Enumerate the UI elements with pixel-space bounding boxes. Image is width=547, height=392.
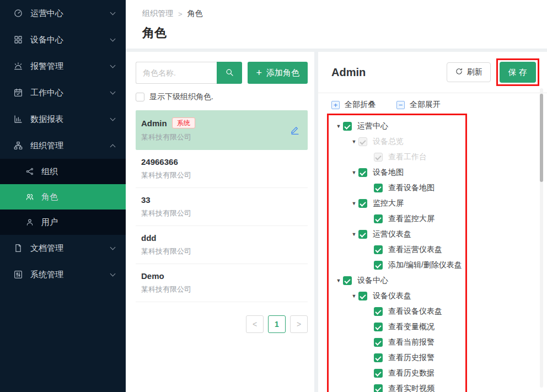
- role-name-search-input[interactable]: [136, 62, 217, 84]
- sidebar-item-organization-management[interactable]: 组织管理: [0, 132, 126, 159]
- sidebar-item-operation-center[interactable]: 运营中心: [0, 0, 126, 26]
- tree-checkbox: [358, 137, 367, 146]
- tree-checkbox[interactable]: [374, 353, 383, 362]
- add-role-button[interactable]: + 添加角色: [248, 62, 308, 84]
- tree-caret-icon[interactable]: ▼: [350, 232, 358, 237]
- tree-caret-icon[interactable]: ▼: [334, 124, 343, 129]
- sidebar-item-alarm-management[interactable]: 报警管理: [0, 53, 126, 79]
- tree-checkbox[interactable]: [374, 338, 383, 347]
- tree-node[interactable]: ▼设备地图: [329, 165, 465, 180]
- tree-checkbox[interactable]: [358, 230, 367, 239]
- chevron-down-icon: [110, 36, 116, 42]
- role-organization: 某科技有限公司: [141, 170, 191, 180]
- tree-checkbox[interactable]: [374, 323, 383, 331]
- tree-caret-icon[interactable]: ▼: [350, 139, 358, 144]
- tree-node[interactable]: 查看实时视频: [329, 381, 465, 392]
- role-info: Admin系统某科技有限公司: [141, 117, 195, 142]
- role-list-item[interactable]: 33某科技有限公司: [136, 188, 308, 226]
- role-organization: 某科技有限公司: [141, 284, 191, 294]
- edit-icon[interactable]: [290, 125, 300, 135]
- tree-checkbox[interactable]: [374, 184, 383, 192]
- tree-checkbox: [374, 153, 383, 162]
- tree-node[interactable]: 添加/编辑/删除仪表盘: [329, 257, 465, 273]
- chevron-down-icon: [110, 116, 116, 121]
- network-icon: [25, 167, 34, 176]
- tree-checkbox[interactable]: [343, 276, 352, 285]
- pagination-prev-button[interactable]: <: [246, 315, 264, 333]
- tree-node-label: 查看实时视频: [388, 384, 435, 392]
- pagination-next-button[interactable]: >: [290, 315, 308, 333]
- tree-node[interactable]: 查看监控大屏: [329, 211, 465, 227]
- sidebar-item-work-center[interactable]: 工作中心: [0, 79, 126, 106]
- tree-node[interactable]: ▼设备中心: [329, 273, 465, 288]
- role-name: Demo: [141, 271, 164, 281]
- sidebar-item-device-center[interactable]: 设备中心: [0, 26, 126, 53]
- tree-caret-icon[interactable]: ▼: [350, 170, 358, 175]
- plus-icon: +: [256, 68, 262, 78]
- sidebar-subitem-organization[interactable]: 组织: [0, 159, 126, 184]
- sidebar-item-system-management[interactable]: 系统管理: [0, 261, 126, 288]
- content-area: + 添加角色 显示下级组织角色. Admin系统某科技有限公司24966366某…: [126, 52, 547, 392]
- system-icon: [13, 270, 23, 280]
- role-list: Admin系统某科技有限公司24966366某科技有限公司33某科技有限公司dd…: [136, 110, 308, 302]
- sidebar-subitem-role[interactable]: 角色: [0, 184, 126, 210]
- tree-checkbox[interactable]: [343, 122, 352, 131]
- save-button[interactable]: 保 存: [500, 62, 536, 83]
- role-organization: 某科技有限公司: [141, 208, 191, 218]
- search-button[interactable]: [217, 62, 242, 84]
- role-list-item[interactable]: Demo某科技有限公司: [136, 264, 308, 302]
- tree-node[interactable]: ▼运营中心: [329, 119, 465, 134]
- tree-caret-icon[interactable]: ▼: [334, 278, 343, 283]
- tree-checkbox[interactable]: [358, 292, 367, 300]
- org-tree-icon: [13, 141, 23, 151]
- tree-node[interactable]: 查看历史报警: [329, 350, 465, 366]
- refresh-button[interactable]: 刷新: [447, 62, 491, 82]
- tree-checkbox[interactable]: [374, 214, 383, 223]
- collapse-all-button[interactable]: + 全部折叠: [331, 100, 376, 110]
- tree-checkbox[interactable]: [358, 168, 367, 177]
- breadcrumb: 组织管理 > 角色: [142, 9, 547, 19]
- tree-node[interactable]: ▼设备总览: [329, 134, 465, 149]
- tree-node[interactable]: 查看设备仪表盘: [329, 304, 465, 319]
- tree-node-label: 查看设备仪表盘: [388, 307, 442, 316]
- tree-checkbox[interactable]: [374, 369, 383, 378]
- role-list-item[interactable]: Admin系统某科技有限公司: [136, 110, 308, 150]
- role-list-item[interactable]: 24966366某科技有限公司: [136, 150, 308, 188]
- tree-node[interactable]: ▼运营仪表盘: [329, 227, 465, 242]
- tree-node[interactable]: ▼设备仪表盘: [329, 288, 465, 304]
- tree-caret-icon[interactable]: ▼: [350, 201, 358, 206]
- refresh-icon: [455, 67, 463, 77]
- tree-checkbox[interactable]: [374, 261, 383, 270]
- expand-all-button[interactable]: − 全部展开: [396, 100, 441, 110]
- submenu-organization-management: 组织角色用户: [0, 159, 126, 235]
- tree-checkbox[interactable]: [374, 245, 383, 254]
- tree-node[interactable]: 查看历史数据: [329, 366, 465, 381]
- tree-node[interactable]: 查看变量概况: [329, 319, 465, 335]
- tree-caret-icon[interactable]: ▼: [350, 294, 358, 299]
- pagination-page-1-button[interactable]: 1: [268, 315, 286, 333]
- tree-node[interactable]: 查看当前报警: [329, 335, 465, 350]
- sidebar-item-label: 工作中心: [30, 88, 111, 98]
- tree-node[interactable]: 查看工作台: [329, 149, 465, 165]
- sidebar-item-document-management[interactable]: 文档管理: [0, 235, 126, 261]
- tree-node-label: 查看工作台: [388, 152, 427, 162]
- tree-node[interactable]: 查看运营仪表盘: [329, 242, 465, 257]
- role-list-item[interactable]: ddd某科技有限公司: [136, 226, 308, 264]
- role-name: 24966366: [141, 157, 178, 167]
- tree-node[interactable]: 查看设备地图: [329, 180, 465, 196]
- tree-checkbox[interactable]: [358, 199, 367, 208]
- sidebar-subitem-user[interactable]: 用户: [0, 210, 126, 235]
- tree-node-label: 运营仪表盘: [373, 229, 411, 239]
- tree-node[interactable]: ▼监控大屏: [329, 196, 465, 211]
- grid-icon: [13, 35, 23, 45]
- role-organization: 某科技有限公司: [141, 246, 191, 256]
- search-row: + 添加角色: [136, 62, 308, 84]
- breadcrumb-item-parent[interactable]: 组织管理: [142, 9, 173, 19]
- show-sub-org-roles-checkbox[interactable]: [136, 93, 144, 101]
- sidebar-item-data-report[interactable]: 数据报表: [0, 106, 126, 132]
- tree-checkbox[interactable]: [374, 307, 383, 316]
- app-root: 运营中心设备中心报警管理工作中心数据报表组织管理组织角色用户文档管理系统管理 组…: [0, 0, 547, 392]
- tree-toolbar: + 全部折叠 − 全部展开: [318, 93, 547, 114]
- tree-checkbox[interactable]: [374, 384, 383, 392]
- scrollbar-thumb[interactable]: [540, 94, 543, 182]
